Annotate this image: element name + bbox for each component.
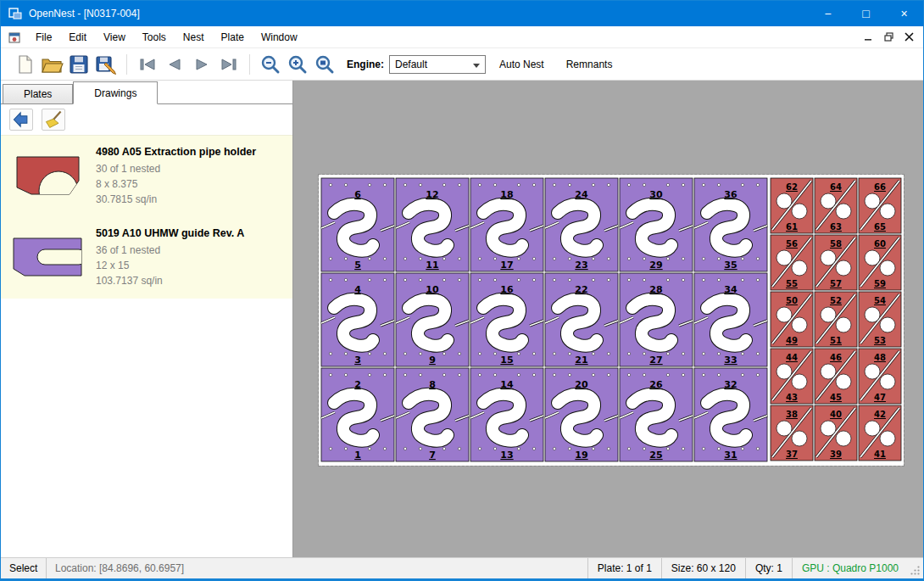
engine-label: Engine: (347, 59, 384, 70)
nested-part-pair-purple[interactable]: 3029 (620, 178, 693, 271)
svg-text:9: 9 (429, 355, 436, 366)
mdi-close-button[interactable] (899, 29, 918, 46)
mdi-minimize-button[interactable] (859, 29, 877, 46)
main-toolbar: Engine: Default Auto Nest Remnants (1, 48, 923, 81)
zoom-in-button[interactable] (284, 52, 311, 77)
first-arrow-icon (136, 53, 159, 76)
nested-part-pair-red[interactable]: 5857 (815, 235, 857, 290)
zoom-fit-button[interactable] (311, 52, 338, 77)
next-arrow-icon (190, 53, 214, 76)
nested-part-pair-red[interactable]: 6463 (815, 178, 857, 233)
nested-part-pair-purple[interactable]: 3635 (694, 178, 767, 271)
svg-text:31: 31 (724, 450, 737, 461)
menu-item-nest[interactable]: Nest (175, 26, 213, 48)
drawing-area: 103.7137 sq/in (96, 273, 286, 288)
svg-text:25: 25 (649, 450, 662, 461)
drawing-area: 30.7815 sq/in (96, 192, 286, 207)
svg-text:28: 28 (649, 284, 662, 295)
status-gpu: GPU : Quadro P1000 (792, 558, 908, 578)
nest-canvas[interactable]: 6512111817242330293635431091615222128273… (293, 81, 923, 557)
zoom-out-button[interactable] (257, 52, 284, 77)
menu-item-view[interactable]: View (95, 26, 134, 48)
new-button[interactable] (11, 52, 38, 77)
import-drawing-button[interactable] (9, 109, 33, 131)
document-icon (8, 31, 21, 44)
drawing-item-pipe-holder[interactable]: 4980 A05 Extraction pipe holder 30 of 1 … (1, 136, 292, 217)
nested-part-pair-purple[interactable]: 2625 (620, 368, 693, 461)
nested-part-pair-red[interactable]: 5049 (771, 292, 813, 347)
drawing-nested-count: 36 of 1 nested (96, 243, 286, 258)
svg-text:14: 14 (500, 379, 514, 390)
nested-part-pair-red[interactable]: 4847 (859, 349, 901, 404)
svg-text:49: 49 (786, 336, 798, 345)
close-button[interactable]: × (885, 1, 923, 26)
nested-part-pair-red[interactable]: 6665 (859, 178, 901, 233)
nested-part-pair-red[interactable]: 5655 (771, 235, 813, 290)
nested-part-pair-purple[interactable]: 21 (321, 368, 394, 461)
nested-part-pair-purple[interactable]: 3433 (694, 273, 767, 366)
nested-part-pair-purple[interactable]: 1615 (470, 273, 543, 366)
menu-item-window[interactable]: Window (253, 26, 306, 48)
drawing-size: 12 x 15 (96, 258, 286, 273)
nested-part-pair-purple[interactable]: 2019 (545, 368, 618, 461)
open-button[interactable] (38, 52, 65, 77)
nested-part-pair-red[interactable]: 4443 (771, 349, 813, 404)
engine-select[interactable]: Default (389, 55, 486, 74)
status-location: Location: [84.8696, 60.6957] (47, 562, 587, 574)
maximize-button[interactable]: □ (847, 1, 885, 26)
next-plate-button[interactable] (188, 52, 215, 77)
remnants-button[interactable]: Remnants (558, 53, 621, 76)
nested-part-pair-purple[interactable]: 3231 (694, 368, 767, 461)
nested-part-pair-purple[interactable]: 43 (321, 273, 394, 366)
app-window: OpenNest - [N0317-004] − □ × File Edit V… (0, 0, 924, 581)
svg-text:20: 20 (575, 379, 588, 390)
menu-item-plate[interactable]: Plate (213, 26, 253, 48)
last-plate-button[interactable] (215, 52, 242, 77)
nested-part-pair-purple[interactable]: 2221 (545, 273, 618, 366)
save-as-button[interactable] (92, 52, 120, 77)
svg-text:41: 41 (874, 450, 886, 459)
first-plate-button[interactable] (134, 52, 161, 77)
nested-part-pair-red[interactable]: 4645 (815, 349, 857, 404)
nested-part-pair-red[interactable]: 4241 (859, 405, 901, 461)
nested-part-pair-purple[interactable]: 1817 (470, 178, 543, 271)
nested-part-pair-red[interactable]: 4039 (815, 405, 857, 461)
svg-text:61: 61 (786, 222, 798, 232)
menu-item-file[interactable]: File (27, 26, 60, 48)
title-bar: OpenNest - [N0317-004] − □ × (1, 1, 923, 26)
previous-plate-button[interactable] (161, 52, 188, 77)
nested-part-pair-purple[interactable]: 2827 (620, 273, 693, 366)
tab-plates[interactable]: Plates (3, 84, 73, 103)
svg-text:51: 51 (830, 336, 842, 345)
menu-item-tools[interactable]: Tools (134, 26, 175, 48)
nested-part-pair-red[interactable]: 6059 (859, 235, 901, 290)
nested-part-pair-red[interactable]: 5453 (859, 292, 901, 347)
last-arrow-icon (217, 53, 241, 76)
nest-plate[interactable]: 6512111817242330293635431091615222128273… (319, 175, 904, 466)
nested-part-pair-red[interactable]: 6261 (771, 178, 813, 233)
status-size: Size: 60 x 120 (661, 558, 745, 578)
menu-bar: File Edit View Tools Nest Plate Window (1, 26, 923, 48)
svg-text:60: 60 (874, 239, 886, 249)
nested-part-pair-purple[interactable]: 87 (396, 368, 469, 461)
tab-drawings[interactable]: Drawings (73, 81, 158, 104)
minimize-button[interactable]: − (809, 1, 847, 26)
nested-part-pair-purple[interactable]: 1211 (396, 178, 469, 271)
save-icon (67, 53, 91, 76)
mdi-restore-button[interactable] (879, 29, 898, 46)
clean-drawings-button[interactable] (42, 109, 65, 131)
drawing-list: 4980 A05 Extraction pipe holder 30 of 1 … (1, 135, 292, 299)
nested-part-pair-red[interactable]: 3837 (771, 405, 813, 461)
nested-part-pair-purple[interactable]: 2423 (545, 178, 618, 271)
drawing-nested-count: 30 of 1 nested (96, 161, 286, 176)
nested-part-pair-red[interactable]: 5251 (815, 292, 857, 347)
svg-text:18: 18 (500, 189, 513, 200)
auto-nest-button[interactable]: Auto Nest (491, 53, 553, 76)
menu-item-edit[interactable]: Edit (60, 26, 95, 48)
nested-part-pair-purple[interactable]: 1413 (470, 368, 543, 461)
save-button[interactable] (65, 52, 92, 77)
resize-grip[interactable] (908, 565, 923, 578)
nested-part-pair-purple[interactable]: 109 (396, 273, 469, 366)
nested-part-pair-purple[interactable]: 65 (321, 178, 394, 271)
drawing-item-uhmw-guide[interactable]: 5019 A10 UHMW guide Rev. A 36 of 1 neste… (1, 217, 292, 299)
